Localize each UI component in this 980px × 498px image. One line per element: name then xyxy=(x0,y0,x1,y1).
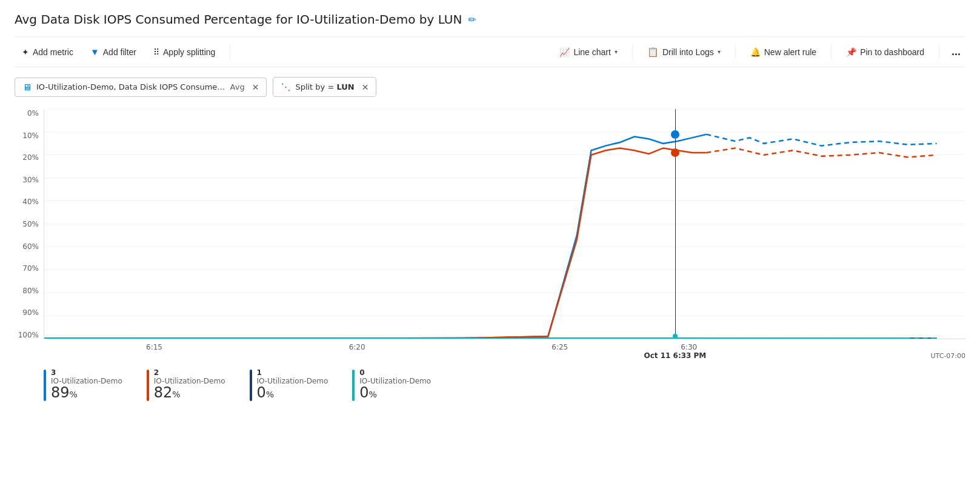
page-title-text: Avg Data Disk IOPS Consumed Percentage f… xyxy=(15,12,462,27)
legend-series-num: 1 xyxy=(257,368,328,377)
apply-splitting-button[interactable]: ⠿ Apply splitting xyxy=(146,44,222,61)
legend-series-value: 0% xyxy=(359,385,431,400)
y-axis-label: 90% xyxy=(15,308,44,317)
chart-container: 100%90%80%70%60%50%40%30%20%10%0% UTC-07… xyxy=(15,109,965,364)
line-chart-icon: 📈 xyxy=(559,47,570,57)
pin-to-dashboard-button[interactable]: 📌 Pin to dashboard xyxy=(839,44,932,61)
tooltip-dot-blue xyxy=(671,130,679,139)
drill-into-logs-label: Drill into Logs xyxy=(662,47,714,57)
edit-icon[interactable]: ✏ xyxy=(468,14,476,25)
split-filter-chip[interactable]: ⋱ Split by = LUN ✕ xyxy=(273,77,376,97)
legend-color-bar xyxy=(250,370,252,401)
y-axis-label: 100% xyxy=(15,331,44,339)
split-chip-text: Split by = LUN xyxy=(295,82,354,91)
legend-item: 1 IO-Utilization-Demo 0% xyxy=(250,368,328,401)
toolbar-divider-1 xyxy=(230,45,230,59)
new-alert-rule-button[interactable]: 🔔 New alert rule xyxy=(743,44,824,61)
tooltip-dot-teal xyxy=(673,334,678,339)
legend-unit: % xyxy=(266,390,274,399)
toolbar-divider-2 xyxy=(632,45,633,59)
new-alert-rule-label: New alert rule xyxy=(764,47,816,57)
chevron-down-icon-2: ▾ xyxy=(718,48,721,55)
chart-plot xyxy=(44,109,965,339)
chevron-down-icon: ▾ xyxy=(615,48,618,55)
drill-into-logs-button[interactable]: 📋 Drill into Logs ▾ xyxy=(640,43,728,61)
utc-label: UTC-07:00 xyxy=(931,352,965,360)
filter-bar: 🖥 IO-Utilization-Demo, Data Disk IOPS Co… xyxy=(15,77,965,97)
monitor-icon: 🖥 xyxy=(22,82,32,93)
split-icon: ⋱ xyxy=(281,81,290,93)
y-axis-label: 40% xyxy=(15,198,44,206)
metric-chip-text: IO-Utilization-Demo, Data Disk IOPS Cons… xyxy=(36,82,245,91)
y-axis: 100%90%80%70%60%50%40%30%20%10%0% xyxy=(15,109,44,339)
chart-area: 100%90%80%70%60%50%40%30%20%10%0% UTC-07… xyxy=(15,109,965,401)
tooltip-dot-orange xyxy=(671,148,679,157)
y-axis-label: 50% xyxy=(15,220,44,228)
legend-unit: % xyxy=(172,390,180,399)
add-metric-button[interactable]: ✦ Add metric xyxy=(15,44,81,61)
drill-logs-icon: 📋 xyxy=(647,47,659,58)
cursor-time-label: Oct 11 6:33 PM xyxy=(644,351,706,360)
add-filter-label: Add filter xyxy=(103,47,136,57)
legend-color-bar xyxy=(147,370,149,401)
legend-series-name: IO-Utilization-Demo xyxy=(257,377,328,385)
legend-unit: % xyxy=(369,390,377,399)
line-chart-button[interactable]: 📈 Line chart ▾ xyxy=(552,44,624,61)
x-axis-label: 6:30 xyxy=(681,343,697,351)
legend-info: 0 IO-Utilization-Demo 0% xyxy=(359,368,431,400)
apply-splitting-label: Apply splitting xyxy=(163,47,215,57)
y-axis-label: 10% xyxy=(15,131,44,140)
apply-splitting-icon: ⠿ xyxy=(153,47,159,57)
x-axis-label: 6:20 xyxy=(349,343,365,351)
x-axis-label: 6:25 xyxy=(552,343,568,351)
split-chip-close[interactable]: ✕ xyxy=(362,82,369,92)
legend-series-num: 0 xyxy=(359,368,431,377)
add-filter-button[interactable]: ▼ Add filter xyxy=(83,43,144,61)
legend-unit: % xyxy=(70,390,78,399)
legend-info: 2 IO-Utilization-Demo 82% xyxy=(154,368,225,400)
toolbar: ✦ Add metric ▼ Add filter ⠿ Apply splitt… xyxy=(15,36,965,67)
alert-icon: 🔔 xyxy=(750,47,761,57)
y-axis-label: 80% xyxy=(15,287,44,295)
legend-color-bar xyxy=(44,370,46,401)
legend-item: 0 IO-Utilization-Demo 0% xyxy=(352,368,431,401)
page-title: Avg Data Disk IOPS Consumed Percentage f… xyxy=(15,12,965,27)
add-filter-icon: ▼ xyxy=(90,47,99,57)
add-metric-icon: ✦ xyxy=(22,47,29,57)
toolbar-right: 📈 Line chart ▾ 📋 Drill into Logs ▾ 🔔 New… xyxy=(552,42,965,62)
legend-color-bar xyxy=(352,370,355,401)
legend-series-num: 2 xyxy=(154,368,225,377)
metric-chip-close[interactable]: ✕ xyxy=(252,82,259,92)
legend-info: 1 IO-Utilization-Demo 0% xyxy=(257,368,328,400)
toolbar-divider-4 xyxy=(831,45,832,59)
toolbar-divider-3 xyxy=(735,45,736,59)
pin-icon: 📌 xyxy=(846,47,856,57)
legend-series-name: IO-Utilization-Demo xyxy=(359,377,431,385)
more-icon: ... xyxy=(952,45,961,58)
x-axis-label: 6:15 xyxy=(146,343,162,351)
line-chart-label: Line chart xyxy=(573,47,610,57)
legend: 3 IO-Utilization-Demo 89% 2 IO-Utilizati… xyxy=(15,368,965,401)
metric-filter-chip[interactable]: 🖥 IO-Utilization-Demo, Data Disk IOPS Co… xyxy=(15,78,267,97)
pin-to-dashboard-label: Pin to dashboard xyxy=(860,47,924,57)
legend-series-value: 0% xyxy=(257,385,328,400)
add-metric-label: Add metric xyxy=(33,47,73,57)
legend-info: 3 IO-Utilization-Demo 89% xyxy=(51,368,122,400)
chart-svg xyxy=(44,109,965,339)
y-axis-label: 60% xyxy=(15,242,44,251)
legend-item: 3 IO-Utilization-Demo 89% xyxy=(44,368,122,401)
toolbar-divider-5 xyxy=(939,45,939,59)
legend-series-value: 89% xyxy=(51,385,122,400)
y-axis-label: 0% xyxy=(15,109,44,118)
y-axis-label: 70% xyxy=(15,264,44,273)
y-axis-label: 30% xyxy=(15,176,44,184)
legend-item: 2 IO-Utilization-Demo 82% xyxy=(147,368,225,401)
x-axis: UTC-07:00 6:156:206:256:30Oct 11 6:33 PM xyxy=(44,339,965,364)
legend-series-value: 82% xyxy=(154,385,225,400)
more-options-button[interactable]: ... xyxy=(947,42,965,62)
legend-series-num: 3 xyxy=(51,368,122,377)
y-axis-label: 20% xyxy=(15,153,44,162)
